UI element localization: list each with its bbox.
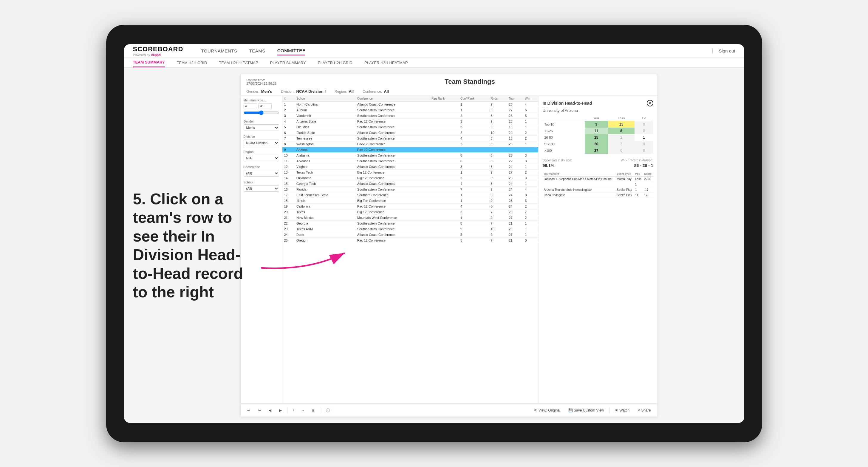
min-rounds-to[interactable]: [258, 103, 272, 109]
toolbar-zoom-in[interactable]: +: [290, 407, 297, 414]
cell-tour: 26: [507, 175, 523, 181]
toolbar-fit[interactable]: ⊞: [309, 407, 317, 414]
table-row[interactable]: 1 North Carolina Atlantic Coast Conferen…: [282, 102, 538, 107]
table-row[interactable]: 11 Arkansas Southeastern Conference 6 8 …: [282, 158, 538, 164]
cell-reg-rank: [430, 221, 459, 226]
table-row[interactable]: 24 Duke Atlantic Coast Conference 5 9 27…: [282, 232, 538, 238]
toolbar-undo[interactable]: ↩: [245, 407, 253, 414]
sub-nav-player-h2h-heatmap[interactable]: PLAYER H2H HEATMAP: [364, 58, 408, 67]
cell-reg-rank: [430, 113, 459, 119]
cell-school: Oklahoma: [294, 175, 355, 181]
cell-school: Arkansas: [294, 158, 355, 164]
nav-committee[interactable]: COMMITTEE: [277, 46, 306, 56]
tour-cell-name: [543, 182, 616, 187]
sidebar-gender: Gender Men's: [244, 120, 279, 131]
h2h-close-btn[interactable]: ×: [647, 100, 653, 106]
cell-win: [523, 147, 538, 153]
table-row[interactable]: 8 Washington Pac-12 Conference 2 8 23 1: [282, 142, 538, 147]
tour-cell-pos: Loss: [634, 177, 643, 182]
table-row[interactable]: 16 Florida Southeastern Conference 7 9 2…: [282, 187, 538, 192]
toolbar-zoom-out[interactable]: -: [300, 407, 306, 414]
table-row[interactable]: 4 Arizona State Pac-12 Conference 3 9 26…: [282, 119, 538, 124]
cell-tour: 21: [507, 238, 523, 243]
table-row[interactable]: 19 California Pac-12 Conference 4 8 24 2: [282, 204, 538, 209]
cell-rank: 9: [282, 147, 295, 153]
cell-win: 2: [523, 170, 538, 175]
table-row[interactable]: 23 Texas A&M Southeastern Conference 9 1…: [282, 226, 538, 232]
h2h-team-name: University of Arizona: [543, 108, 653, 113]
cell-school: Auburn: [294, 107, 355, 113]
tour-cell-pos: 11: [634, 193, 643, 198]
sub-nav-team-summary[interactable]: TEAM SUMMARY: [133, 58, 165, 67]
toolbar-share[interactable]: ↗ Share: [635, 407, 653, 414]
cell-rnds: 8: [489, 158, 507, 164]
cell-rnds: 9: [489, 192, 507, 198]
cell-rnds: 8: [489, 113, 507, 119]
cell-conf-rank: 1: [459, 102, 489, 107]
table-row[interactable]: 20 Texas Big 12 Conference 3 7 20 7: [282, 209, 538, 215]
cell-conference: Pac-12 Conference: [355, 147, 430, 153]
cell-conf-rank: 3: [459, 164, 489, 170]
division-select[interactable]: NCAA Division I: [244, 139, 279, 146]
nav-tournaments[interactable]: TOURNAMENTS: [201, 47, 237, 55]
dashboard-header: Update time: 27/03/2024 15:56:26 Team St…: [241, 74, 657, 87]
cell-tour: 27: [507, 107, 523, 113]
table-row[interactable]: 7 Tennessee Southeastern Conference 4 6 …: [282, 136, 538, 142]
table-row[interactable]: 10 Alabama Southeastern Conference 5 8 2…: [282, 153, 538, 158]
school-select[interactable]: (All): [244, 185, 279, 192]
region-select[interactable]: N/A: [244, 155, 279, 161]
cell-rank: 14: [282, 175, 295, 181]
toolbar-redo[interactable]: ↪: [255, 407, 263, 414]
annotation-text: 5. Click on a team's row to see their In…: [133, 190, 246, 301]
table-row[interactable]: 5 Ole Miss Southeastern Conference 3 6 1…: [282, 124, 538, 130]
table-row[interactable]: 18 Illinois Big Ten Conference 1 9 23 3: [282, 198, 538, 204]
table-row[interactable]: 3 Vanderbilt Southeastern Conference 2 8…: [282, 113, 538, 119]
cell-win: 1: [523, 119, 538, 124]
table-row[interactable]: 15 Georgia Tech Atlantic Coast Conferenc…: [282, 181, 538, 187]
cell-rank: 21: [282, 215, 295, 221]
sub-nav-team-h2h-heatmap[interactable]: TEAM H2H HEATMAP: [219, 58, 258, 67]
cell-rank: 19: [282, 204, 295, 209]
cell-rnds: 9: [489, 232, 507, 238]
sub-nav-player-summary[interactable]: PLAYER SUMMARY: [270, 58, 306, 67]
table-row[interactable]: 17 East Tennessee State Southern Confere…: [282, 192, 538, 198]
table-row[interactable]: 14 Oklahoma Big 12 Conference 3 8 26 3: [282, 175, 538, 181]
cell-win: 6: [523, 107, 538, 113]
cell-reg-rank: [430, 204, 459, 209]
toolbar-watch[interactable]: 👁 Watch: [613, 407, 632, 414]
cell-tour: 20: [507, 130, 523, 136]
cell-rnds: 9: [489, 170, 507, 175]
table-row[interactable]: 22 Georgia Southeastern Conference 8 7 2…: [282, 221, 538, 226]
cell-win: 1: [523, 181, 538, 187]
cell-conference: Big 12 Conference: [355, 175, 430, 181]
toolbar-clock[interactable]: 🕐: [323, 407, 333, 414]
gender-select[interactable]: Men's: [244, 124, 279, 131]
cell-rank: 24: [282, 232, 295, 238]
cell-rank: 16: [282, 187, 295, 192]
cell-rank: 23: [282, 226, 295, 232]
sign-out[interactable]: Sign out: [712, 48, 735, 53]
min-rounds-slider[interactable]: [244, 110, 279, 115]
table-row[interactable]: 2 Auburn Southeastern Conference 1 9 27 …: [282, 107, 538, 113]
cell-school: Alabama: [294, 153, 355, 158]
cell-conf-rank: 8: [459, 221, 489, 226]
table-row[interactable]: 13 Texas Tech Big 12 Conference 1 9 27 2: [282, 170, 538, 175]
table-row[interactable]: 9 Arizona Pac-12 Conference: [282, 147, 538, 153]
tour-cell-type: Match Play: [615, 177, 634, 182]
toolbar-back[interactable]: ◀: [266, 407, 274, 414]
table-row[interactable]: 12 Virginia Atlantic Coast Conference 3 …: [282, 164, 538, 170]
col-conference: Conference: [355, 96, 430, 102]
cell-win: 2: [523, 204, 538, 209]
table-row[interactable]: 6 Florida State Atlantic Coast Conferenc…: [282, 130, 538, 136]
h2h-col-tie: Tie: [634, 116, 653, 121]
sub-nav-team-h2h-grid[interactable]: TEAM H2H GRID: [177, 58, 207, 67]
sub-nav-player-h2h-grid[interactable]: PLAYER H2H GRID: [318, 58, 352, 67]
toolbar-save-custom[interactable]: 💾 Save Custom View: [566, 407, 607, 414]
toolbar-view-original[interactable]: 👁 View: Original: [532, 407, 563, 414]
conference-select[interactable]: (All): [244, 170, 279, 177]
min-rounds-from[interactable]: [244, 103, 257, 109]
nav-teams[interactable]: TEAMS: [249, 47, 265, 55]
toolbar-forward[interactable]: ▶: [277, 407, 284, 414]
cell-conf-rank: 4: [459, 204, 489, 209]
table-row[interactable]: 21 New Mexico Mountain West Conference 1…: [282, 215, 538, 221]
